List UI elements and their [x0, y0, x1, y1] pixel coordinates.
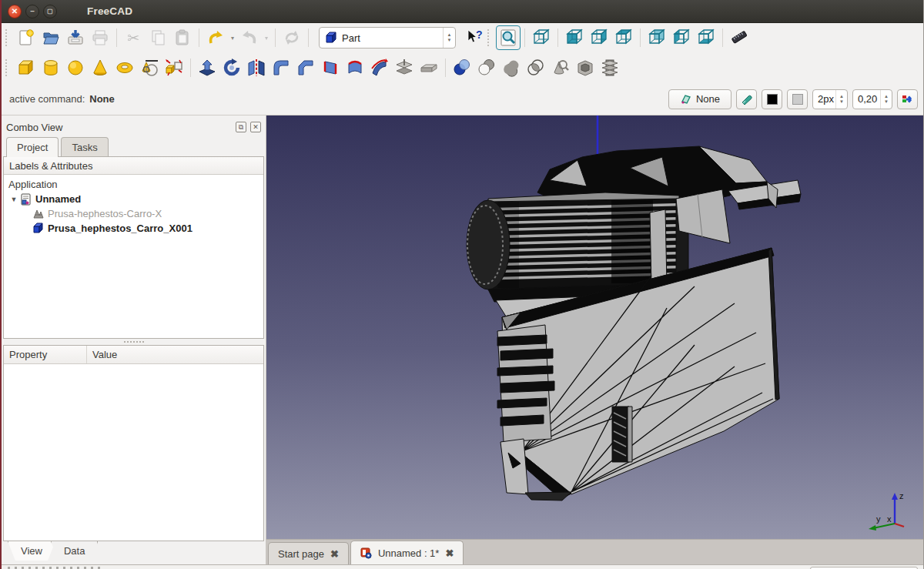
cylinder-icon[interactable]	[38, 55, 63, 80]
tab-start-page[interactable]: Start page ✖	[268, 542, 349, 564]
check-geometry-icon[interactable]	[548, 55, 573, 80]
workbench-part-icon	[324, 31, 338, 45]
print-icon[interactable]	[88, 25, 112, 50]
axonometric-view-icon[interactable]	[529, 25, 554, 50]
undo-dropdown-icon[interactable]: ▾	[228, 35, 237, 42]
cone-icon[interactable]	[88, 55, 112, 80]
save-document-icon[interactable]	[63, 25, 88, 50]
tree-expand-icon[interactable]: ▼	[8, 196, 19, 203]
new-document-icon[interactable]	[14, 25, 38, 50]
workbench-spinner[interactable]: ▲▼	[443, 28, 455, 48]
property-mode-tabs: View Data	[3, 541, 264, 564]
tab-close-icon[interactable]: ✖	[445, 547, 454, 559]
rear-view-icon[interactable]	[644, 25, 669, 50]
freecad-logo-icon	[360, 547, 372, 559]
sweep-icon[interactable]	[367, 55, 392, 80]
document-icon	[19, 193, 32, 205]
panel-splitter[interactable]	[3, 339, 264, 345]
sphere-icon[interactable]	[63, 55, 88, 80]
redo-dropdown-icon[interactable]: ▾	[262, 35, 271, 42]
measure-distance-icon[interactable]	[727, 25, 752, 50]
front-view-icon[interactable]	[562, 25, 587, 50]
offset-icon[interactable]	[417, 55, 441, 80]
tab-close-icon[interactable]: ✖	[330, 548, 339, 560]
toolbar-grip[interactable]	[487, 29, 492, 46]
cut-icon[interactable]: ✂	[121, 25, 146, 50]
create-primitives-icon[interactable]	[137, 55, 162, 80]
property-table-body[interactable]	[4, 364, 263, 541]
viewport-column: z y x Start page ✖ Unnamed : 1* ✖	[266, 115, 924, 564]
scale-spinbox[interactable]: 0,20 ▲▼	[852, 89, 892, 109]
tab-data[interactable]: Data	[51, 541, 98, 561]
line-color-button[interactable]	[762, 89, 782, 109]
workbench-selector[interactable]: Part ▲▼	[319, 27, 456, 49]
box-icon[interactable]	[14, 55, 38, 80]
left-view-icon[interactable]	[669, 25, 694, 50]
3d-viewport[interactable]: z y x	[266, 115, 924, 539]
construction-mode-button[interactable]	[736, 89, 757, 109]
tab-document-unnamed[interactable]: Unnamed : 1* ✖	[350, 541, 464, 564]
svg-text:y: y	[876, 514, 881, 524]
float-panel-icon[interactable]: ⧉	[236, 122, 246, 132]
open-document-icon[interactable]	[38, 25, 63, 50]
boolean-operation-icon[interactable]	[450, 55, 474, 80]
boolean-intersection-icon[interactable]	[524, 55, 548, 80]
extrude-icon[interactable]	[195, 55, 219, 80]
window-minimize-button[interactable]: –	[25, 5, 39, 18]
tree-root-application[interactable]: Application	[8, 177, 263, 192]
document-label: Unnamed	[35, 193, 81, 205]
property-column-header[interactable]: Property	[4, 346, 87, 363]
solid-cube-icon	[32, 223, 45, 234]
chamfer-icon[interactable]	[293, 55, 318, 80]
tree-item-solid[interactable]: Prusa_hephestos_Carro_X001	[8, 221, 263, 236]
toolbar-file-view: ✂ ▾ ▾ Part ▲▼ ?	[0, 23, 924, 52]
boolean-cut-icon[interactable]	[474, 55, 499, 80]
line-width-spinbox[interactable]: 2px ▲▼	[812, 89, 848, 109]
3d-model	[266, 115, 922, 534]
face-color-swatch	[792, 94, 803, 105]
right-view-icon[interactable]	[587, 25, 611, 50]
combo-view-titlebar[interactable]: Combo View ⧉ ✕	[3, 117, 264, 137]
redo-icon[interactable]	[237, 25, 262, 50]
ruled-surface-icon[interactable]	[343, 55, 367, 80]
cross-sections-icon[interactable]	[598, 55, 622, 80]
window-close-button[interactable]: ✕	[8, 5, 22, 18]
make-face-from-wires-icon[interactable]	[318, 55, 343, 80]
undo-icon[interactable]	[203, 25, 228, 50]
boolean-union-icon[interactable]	[499, 55, 524, 80]
tab-view[interactable]: View	[8, 541, 55, 561]
fit-all-icon[interactable]	[496, 25, 521, 50]
fillet-icon[interactable]	[269, 55, 293, 80]
tree-item-mesh-hidden[interactable]: Prusa-hephestos-Carro-X	[8, 206, 263, 221]
torus-icon[interactable]	[112, 55, 137, 80]
tree-item-document[interactable]: ▼ Unnamed	[8, 192, 263, 206]
revolve-icon[interactable]	[219, 55, 244, 80]
face-color-button[interactable]	[787, 89, 808, 109]
thickness-icon[interactable]	[573, 55, 598, 80]
top-view-icon[interactable]	[611, 25, 636, 50]
value-column-header[interactable]: Value	[87, 346, 263, 363]
workbench-value: Part	[338, 32, 443, 44]
bottom-view-icon[interactable]	[694, 25, 718, 50]
close-panel-icon[interactable]: ✕	[250, 122, 261, 132]
model-tree: Labels & Attributes Application ▼ Unname…	[3, 156, 264, 339]
window-maximize-button[interactable]: ▢	[43, 5, 57, 18]
whats-this-icon[interactable]: ?	[462, 25, 487, 50]
tab-tasks[interactable]: Tasks	[61, 137, 108, 157]
toolbar-grip[interactable]	[5, 29, 10, 46]
mirror-icon[interactable]	[244, 55, 269, 80]
tab-project[interactable]: Project	[6, 137, 59, 157]
window-border-left	[0, 0, 2, 569]
paste-icon[interactable]	[170, 25, 195, 50]
solid-label: Prusa_hephestos_Carro_X001	[48, 223, 192, 234]
svg-text:x: x	[887, 514, 892, 524]
refresh-icon[interactable]	[280, 25, 304, 50]
svg-text:z: z	[899, 491, 904, 500]
status-bar	[0, 564, 924, 569]
apply-style-button[interactable]	[897, 89, 918, 109]
cross-section-icon[interactable]	[392, 55, 417, 80]
toolbar-grip[interactable]	[5, 59, 10, 76]
shape-builder-icon[interactable]	[162, 55, 186, 80]
copy-icon[interactable]	[146, 25, 170, 50]
working-plane-button[interactable]: None	[668, 89, 732, 109]
